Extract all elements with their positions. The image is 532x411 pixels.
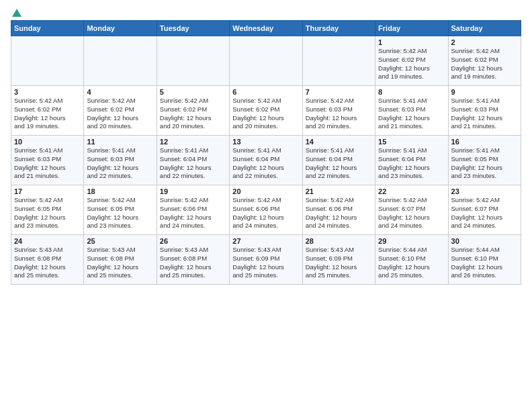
day-info: Sunrise: 5:41 AM Sunset: 6:04 PM Dayligh… [306,146,372,181]
calendar-cell: 19Sunrise: 5:42 AM Sunset: 6:06 PM Dayli… [157,185,229,235]
day-number: 2 [451,38,518,46]
day-info: Sunrise: 5:42 AM Sunset: 6:06 PM Dayligh… [306,196,372,230]
calendar-cell: 4Sunrise: 5:42 AM Sunset: 6:02 PM Daylig… [84,86,157,136]
calendar-week-1: 1Sunrise: 5:42 AM Sunset: 6:02 PM Daylig… [11,36,521,86]
day-number: 9 [451,88,518,96]
day-number: 3 [14,88,81,96]
calendar-cell: 27Sunrise: 5:43 AM Sunset: 6:09 PM Dayli… [230,235,302,285]
calendar-cell: 3Sunrise: 5:42 AM Sunset: 6:02 PM Daylig… [11,86,84,136]
calendar-cell: 9Sunrise: 5:41 AM Sunset: 6:03 PM Daylig… [448,86,521,136]
calendar-cell: 25Sunrise: 5:43 AM Sunset: 6:08 PM Dayli… [84,235,157,285]
day-number: 12 [160,138,226,146]
day-info: Sunrise: 5:42 AM Sunset: 6:02 PM Dayligh… [14,97,81,131]
day-info: Sunrise: 5:42 AM Sunset: 6:05 PM Dayligh… [87,196,153,230]
day-number: 5 [160,88,226,96]
day-number: 24 [14,237,81,245]
day-number: 17 [14,187,81,195]
day-info: Sunrise: 5:41 AM Sunset: 6:03 PM Dayligh… [378,97,445,131]
day-number: 6 [232,88,299,96]
day-info: Sunrise: 5:41 AM Sunset: 6:05 PM Dayligh… [451,146,518,181]
day-info: Sunrise: 5:42 AM Sunset: 6:02 PM Dayligh… [87,97,153,131]
calendar-cell: 22Sunrise: 5:42 AM Sunset: 6:07 PM Dayli… [375,185,448,235]
day-number: 1 [378,38,445,46]
calendar-cell: 1Sunrise: 5:42 AM Sunset: 6:02 PM Daylig… [375,36,448,86]
calendar-cell: 6Sunrise: 5:42 AM Sunset: 6:02 PM Daylig… [230,86,302,136]
day-number: 23 [451,187,518,195]
day-number: 27 [232,237,299,245]
day-number: 14 [306,138,372,146]
logo-text [11,8,23,19]
calendar-cell: 15Sunrise: 5:41 AM Sunset: 6:04 PM Dayli… [375,136,448,185]
day-info: Sunrise: 5:42 AM Sunset: 6:03 PM Dayligh… [306,97,372,131]
calendar-cell: 28Sunrise: 5:43 AM Sunset: 6:09 PM Dayli… [302,235,375,285]
calendar-cell [230,36,302,86]
day-info: Sunrise: 5:43 AM Sunset: 6:08 PM Dayligh… [87,246,153,280]
day-info: Sunrise: 5:42 AM Sunset: 6:02 PM Dayligh… [232,97,299,131]
day-number: 11 [87,138,153,146]
day-header-saturday: Saturday [448,21,521,36]
page: SundayMondayTuesdayWednesdayThursdayFrid… [0,0,532,290]
calendar-week-2: 3Sunrise: 5:42 AM Sunset: 6:02 PM Daylig… [11,86,521,136]
calendar-cell: 24Sunrise: 5:43 AM Sunset: 6:08 PM Dayli… [11,235,84,285]
day-number: 10 [14,138,81,146]
logo [11,8,23,16]
day-info: Sunrise: 5:44 AM Sunset: 6:10 PM Dayligh… [378,246,445,280]
day-header-tuesday: Tuesday [157,21,229,36]
calendar-cell: 23Sunrise: 5:42 AM Sunset: 6:07 PM Dayli… [448,185,521,235]
calendar-week-5: 24Sunrise: 5:43 AM Sunset: 6:08 PM Dayli… [11,235,521,285]
day-info: Sunrise: 5:43 AM Sunset: 6:09 PM Dayligh… [232,246,299,280]
day-info: Sunrise: 5:41 AM Sunset: 6:04 PM Dayligh… [378,146,445,181]
day-header-wednesday: Wednesday [230,21,302,36]
calendar-cell: 13Sunrise: 5:41 AM Sunset: 6:04 PM Dayli… [230,136,302,185]
calendar-cell: 16Sunrise: 5:41 AM Sunset: 6:05 PM Dayli… [448,136,521,185]
calendar-cell: 10Sunrise: 5:41 AM Sunset: 6:03 PM Dayli… [11,136,84,185]
day-number: 22 [378,187,445,195]
day-info: Sunrise: 5:42 AM Sunset: 6:02 PM Dayligh… [378,47,445,81]
calendar-cell: 14Sunrise: 5:41 AM Sunset: 6:04 PM Dayli… [302,136,375,185]
svg-marker-0 [12,9,21,17]
calendar-cell [84,36,157,86]
calendar-cell [11,36,84,86]
calendar-cell: 8Sunrise: 5:41 AM Sunset: 6:03 PM Daylig… [375,86,448,136]
day-number: 30 [451,237,518,245]
day-number: 26 [160,237,226,245]
day-info: Sunrise: 5:42 AM Sunset: 6:07 PM Dayligh… [378,196,445,230]
calendar-cell: 18Sunrise: 5:42 AM Sunset: 6:05 PM Dayli… [84,185,157,235]
day-number: 28 [306,237,372,245]
day-number: 29 [378,237,445,245]
calendar-cell: 7Sunrise: 5:42 AM Sunset: 6:03 PM Daylig… [302,86,375,136]
day-header-thursday: Thursday [302,21,375,36]
day-info: Sunrise: 5:41 AM Sunset: 6:03 PM Dayligh… [14,146,81,181]
calendar-cell: 21Sunrise: 5:42 AM Sunset: 6:06 PM Dayli… [302,185,375,235]
calendar-cell: 30Sunrise: 5:44 AM Sunset: 6:10 PM Dayli… [448,235,521,285]
calendar-body: 1Sunrise: 5:42 AM Sunset: 6:02 PM Daylig… [11,36,521,285]
day-info: Sunrise: 5:44 AM Sunset: 6:10 PM Dayligh… [451,246,518,280]
day-info: Sunrise: 5:42 AM Sunset: 6:02 PM Dayligh… [160,97,226,131]
day-number: 20 [232,187,299,195]
calendar-week-4: 17Sunrise: 5:42 AM Sunset: 6:05 PM Dayli… [11,185,521,235]
day-number: 4 [87,88,153,96]
day-info: Sunrise: 5:42 AM Sunset: 6:07 PM Dayligh… [451,196,518,230]
header [11,8,521,16]
day-number: 25 [87,237,153,245]
day-info: Sunrise: 5:43 AM Sunset: 6:08 PM Dayligh… [160,246,226,280]
day-info: Sunrise: 5:41 AM Sunset: 6:04 PM Dayligh… [160,146,226,181]
day-number: 13 [232,138,299,146]
day-header-friday: Friday [375,21,448,36]
day-header-monday: Monday [84,21,157,36]
calendar-cell: 5Sunrise: 5:42 AM Sunset: 6:02 PM Daylig… [157,86,229,136]
day-info: Sunrise: 5:42 AM Sunset: 6:05 PM Dayligh… [14,196,81,230]
calendar-table: SundayMondayTuesdayWednesdayThursdayFrid… [11,20,521,285]
calendar-cell: 11Sunrise: 5:41 AM Sunset: 6:03 PM Dayli… [84,136,157,185]
calendar-cell [157,36,229,86]
day-info: Sunrise: 5:42 AM Sunset: 6:06 PM Dayligh… [160,196,226,230]
day-number: 7 [306,88,372,96]
calendar-cell [302,36,375,86]
day-number: 21 [306,187,372,195]
calendar-cell: 12Sunrise: 5:41 AM Sunset: 6:04 PM Dayli… [157,136,229,185]
calendar-header: SundayMondayTuesdayWednesdayThursdayFrid… [11,21,521,36]
day-info: Sunrise: 5:42 AM Sunset: 6:06 PM Dayligh… [232,196,299,230]
calendar-cell: 17Sunrise: 5:42 AM Sunset: 6:05 PM Dayli… [11,185,84,235]
day-info: Sunrise: 5:43 AM Sunset: 6:08 PM Dayligh… [14,246,81,280]
calendar-cell: 2Sunrise: 5:42 AM Sunset: 6:02 PM Daylig… [448,36,521,86]
